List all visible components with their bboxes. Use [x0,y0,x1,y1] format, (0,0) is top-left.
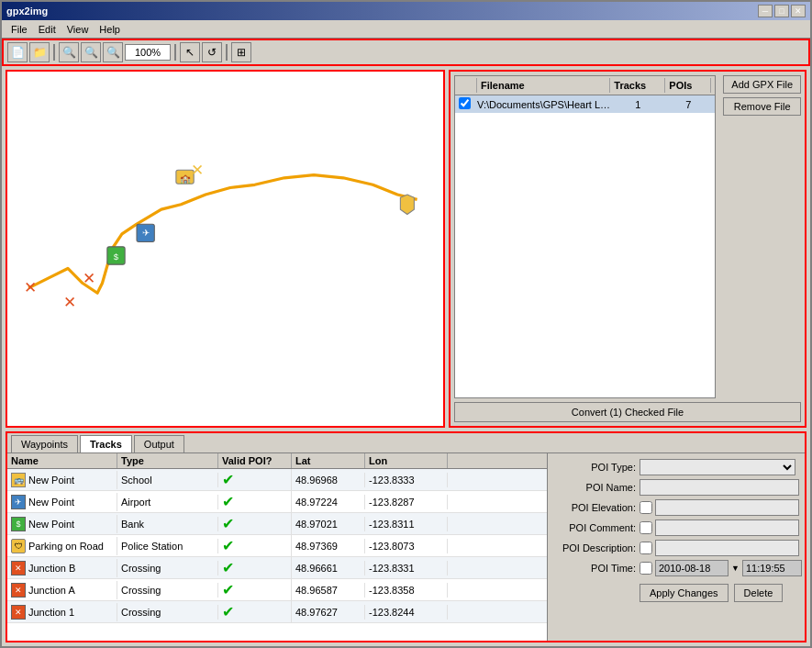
table-row[interactable]: 🛡 Parking on Road Police Station ✔ 48.97… [7,535,547,557]
file-row[interactable]: V:\Documents\GPS\Heart Lak... 1 7 [455,95,715,113]
col-name: Name [7,453,117,468]
header-pois: POIs [665,78,711,93]
file-table-container: Filename Tracks POIs V:\Documents\GPS\He… [454,75,801,398]
poi-description-input[interactable] [655,540,799,556]
zoom-in-icon[interactable]: 🔍 [59,42,79,62]
zoom-reset-icon[interactable]: 🔍 [103,42,123,62]
row3-valid: ✔ [218,513,292,534]
poi-description-row: POI Description: [553,540,799,556]
pointer-icon[interactable]: ↖ [180,42,200,62]
table-row[interactable]: ✕ Junction B Crossing ✔ 48.96661 -123.83… [7,557,547,579]
file-checkbox-cell [459,97,477,111]
poi-description-label: POI Description: [553,542,636,553]
svg-text:🏫: 🏫 [180,173,192,184]
row4-lon: -123.8073 [365,539,448,553]
valid-icon: ✔ [222,559,234,576]
table-row[interactable]: $ New Point Bank ✔ 48.97021 -123.8311 [7,513,547,535]
poi-description-checkbox[interactable] [640,542,652,554]
toolbar-separator-3 [226,44,228,61]
tab-waypoints[interactable]: Waypoints [11,435,78,452]
menu-edit[interactable]: Edit [33,22,61,37]
poi-date-input[interactable] [655,560,729,576]
valid-icon: ✔ [222,493,234,510]
menu-view[interactable]: View [61,22,95,37]
svg-text:✕: ✕ [191,161,204,179]
poi-time-label: POI Time: [553,563,636,574]
map-area[interactable]: 🏫 ✈ $ ✕ ✕ ✕ ✕ [6,70,445,428]
crossing-icon: ✕ [11,583,26,598]
col-type: Type [117,453,218,468]
file-filename-cell: V:\Documents\GPS\Heart Lak... [477,99,610,110]
file-list-area: Filename Tracks POIs V:\Documents\GPS\He… [449,70,806,428]
poi-time-field: ▼ ▲▼ UTC [640,560,805,576]
table-row[interactable]: ✕ Junction 1 Crossing ✔ 48.97627 -123.82… [7,601,547,623]
file-table: Filename Tracks POIs V:\Documents\GPS\He… [454,75,716,398]
poi-time-checkbox[interactable] [640,562,652,575]
new-file-icon[interactable]: 📄 [7,42,28,62]
map-svg: 🏫 ✈ $ ✕ ✕ ✕ ✕ [7,72,443,426]
poi-type-select[interactable] [640,459,795,475]
delete-button[interactable]: Delete [734,584,784,602]
poi-comment-checkbox[interactable] [640,521,652,534]
refresh-icon[interactable]: ↺ [202,42,222,62]
row6-type: Crossing [117,583,218,598]
table-row[interactable]: ✈ New Point Airport ✔ 48.97224 -123.8287 [7,491,547,513]
poi-panel: POI Type: POI Name: POI Elevation: [548,453,805,641]
bank-icon: $ [11,517,26,531]
main-content: 🏫 ✈ $ ✕ ✕ ✕ ✕ [2,66,810,431]
row3-lat: 48.97021 [292,517,365,531]
tab-tracks[interactable]: Tracks [80,435,132,452]
valid-icon: ✔ [222,603,234,620]
minimize-button[interactable]: ─ [758,5,773,17]
row3-lon: -123.8311 [365,517,448,531]
svg-rect-0 [9,72,442,426]
poi-type-row: POI Type: [553,459,799,475]
menu-bar: File Edit View Help [2,20,810,39]
row2-name: ✈ New Point [7,493,117,511]
poi-name-input[interactable] [640,479,799,496]
maximize-button[interactable]: □ [774,5,789,17]
main-window: gpx2img ─ □ ✕ File Edit View Help 📄 📁 🔍 … [0,0,812,648]
poi-comment-input[interactable] [655,520,799,536]
open-file-icon[interactable]: 📁 [29,42,50,62]
zoom-input[interactable] [125,44,171,61]
valid-icon: ✔ [222,537,234,554]
window-controls: ─ □ ✕ [758,5,806,17]
crossing-icon: ✕ [11,561,26,575]
close-button[interactable]: ✕ [791,5,806,17]
waypoints-table: Name Type Valid POI? Lat Lon 🚌 New Point… [7,453,548,641]
row2-lon: -123.8287 [365,495,448,509]
row5-type: Crossing [117,561,218,575]
poi-elevation-input[interactable] [655,499,799,516]
waypoints-header: Name Type Valid POI? Lat Lon [7,453,547,469]
layers-icon[interactable]: ⊞ [231,42,251,62]
convert-button[interactable]: Convert (1) Checked File [454,402,801,422]
menu-help[interactable]: Help [94,22,126,37]
file-pois-cell: 7 [665,99,711,110]
right-panel: Filename Tracks POIs V:\Documents\GPS\He… [449,70,806,428]
poi-elevation-row: POI Elevation: [553,499,799,516]
svg-text:✕: ✕ [24,278,37,296]
menu-file[interactable]: File [6,22,33,37]
crossing-icon: ✕ [11,605,26,620]
poi-time-input[interactable] [742,560,802,576]
poi-time-row: POI Time: ▼ ▲▼ UTC [553,560,799,576]
row4-valid: ✔ [218,535,292,556]
row1-lat: 48.96968 [292,473,365,487]
row6-lon: -123.8358 [365,583,448,598]
valid-icon: ✔ [222,581,234,598]
tab-output[interactable]: Output [134,435,184,452]
table-row[interactable]: 🚌 New Point School ✔ 48.96968 -123.8333 [7,469,547,491]
poi-elevation-checkbox[interactable] [640,501,652,514]
add-gpx-button[interactable]: Add GPX File [723,75,801,94]
poi-type-label: POI Type: [553,462,636,473]
file-checkbox[interactable] [459,97,471,109]
row3-type: Bank [117,517,218,531]
remove-file-button[interactable]: Remove File [723,97,801,116]
header-filename: Filename [477,78,610,93]
apply-changes-button[interactable]: Apply Changes [640,584,729,602]
toolbar-separator-2 [174,44,176,61]
row7-type: Crossing [117,605,218,620]
zoom-out-icon[interactable]: 🔍 [81,42,101,62]
table-row[interactable]: ✕ Junction A Crossing ✔ 48.96587 -123.83… [7,579,547,601]
